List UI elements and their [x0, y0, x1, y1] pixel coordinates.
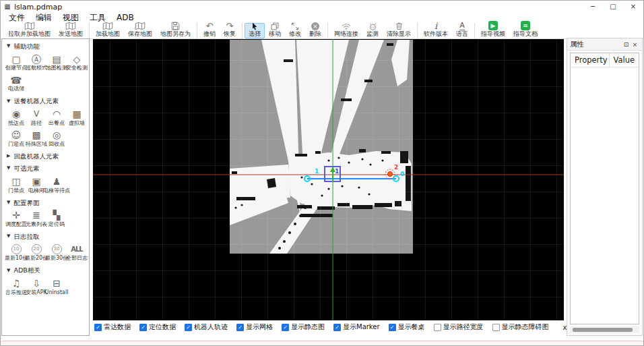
toggle-2[interactable]: ✓机器人轨迹	[185, 322, 228, 332]
map-canvas[interactable]: 1 0 2 1	[93, 39, 564, 320]
toggle-5[interactable]: ✓显示Marker	[333, 322, 380, 332]
greet-point-tool[interactable]: ☺门迎点	[6, 129, 26, 147]
section-header-2[interactable]: ▶回盘机器人元素	[2, 149, 89, 161]
horizontal-scrollbar[interactable]	[570, 326, 639, 333]
phonebook-tool[interactable]: ☎电话簿	[6, 74, 26, 92]
toggle-label: 显示静态障碍图	[502, 322, 549, 332]
special-area-icon: ▩	[32, 129, 40, 141]
cruise-mode-icon: Ⓐ	[32, 53, 41, 65]
tool-label: 创建节点	[5, 65, 27, 71]
chevron-right-icon: ▶	[7, 154, 10, 158]
toggle-label: 显示路径宽度	[443, 322, 484, 332]
serve-point-tool[interactable]: ◠出餐点	[46, 109, 67, 126]
dock-pin-icon[interactable]: ⊡	[622, 41, 631, 48]
slam-map-svg[interactable]: 1 0 2 1	[93, 39, 564, 320]
locate-code-tool[interactable]: ▚定位码	[46, 210, 67, 227]
checkbox-unchecked-icon[interactable]	[434, 324, 441, 331]
safety-detect-icon: ◇	[73, 53, 81, 65]
pull-load-map-button[interactable]: 拉取并加载地图	[4, 23, 55, 38]
guide-doc-button[interactable]: ≡指导文档	[509, 23, 542, 38]
serve-point-icon: ◠	[53, 109, 61, 120]
element-list-tool[interactable]: ≣元素列表	[26, 210, 46, 227]
section-header-3[interactable]: ▼可选元素	[2, 161, 89, 173]
toggle-7[interactable]: 显示路径宽度	[434, 322, 484, 332]
close-button[interactable]: ×	[623, 1, 643, 13]
checkbox-checked-icon[interactable]: ✓	[389, 324, 396, 331]
checkbox-checked-icon[interactable]: ✓	[94, 324, 102, 331]
delete-button[interactable]: ×删除	[305, 23, 325, 38]
virtual-wall-tool[interactable]: ▦虚拟墙	[67, 109, 87, 126]
properties-panel-header: 属性 ⊡ ×	[567, 38, 642, 51]
software-version-button[interactable]: i软件版本	[420, 23, 452, 38]
section-header-1[interactable]: ▼送餐机器人元素	[2, 94, 89, 106]
panel-close-icon[interactable]: ×	[631, 41, 639, 48]
uninstall-tool[interactable]: ⊟Uninstall	[46, 278, 67, 295]
move-button[interactable]: 移动	[265, 23, 285, 38]
access-point-icon: ◫	[11, 176, 20, 188]
notification-strip	[0, 341, 644, 346]
checkbox-checked-icon[interactable]: ✓	[282, 324, 289, 331]
network-connect-button[interactable]: 网络连接	[330, 23, 362, 38]
clear-display-button[interactable]: 清除显示	[383, 23, 415, 38]
music-push-tool[interactable]: ♫音乐推送	[6, 278, 26, 295]
safety-detect-tool[interactable]: ◇安全检测	[67, 53, 87, 71]
path-tool[interactable]: V路径	[26, 109, 46, 126]
checkbox-checked-icon[interactable]: ✓	[236, 324, 244, 331]
select-button[interactable]: 选择	[245, 23, 265, 38]
create-node-tool[interactable]: ▢创建节点	[6, 53, 26, 71]
guide-video-button[interactable]: ▶指导视频	[477, 23, 509, 38]
maximize-button[interactable]: □	[603, 1, 623, 13]
dispatch-config-tool[interactable]: ✛调度配置	[6, 210, 26, 227]
toggle-3[interactable]: ✓显示网格	[236, 322, 273, 332]
undo-button[interactable]: ↶撤销	[199, 23, 220, 38]
move-icon	[271, 22, 279, 30]
section-header-0[interactable]: ▼辅助功能	[2, 39, 89, 51]
install-apk-tool[interactable]: ⇩安装APK	[26, 278, 46, 295]
toggle-8[interactable]: 显示静态障碍图	[492, 322, 549, 332]
access-point-tool[interactable]: ◫门禁点	[6, 176, 26, 194]
save-map-as-button[interactable]: 地图另存为	[156, 23, 195, 38]
checkbox-checked-icon[interactable]: ✓	[333, 324, 341, 331]
minimize-button[interactable]: ─	[583, 1, 603, 13]
toolbar-label: 网络连接	[334, 31, 358, 37]
save-map-button[interactable]: 保存地图	[124, 23, 156, 38]
section-title: 送餐机器人元素	[13, 97, 59, 105]
log-10-icon: 10	[11, 243, 22, 255]
log-20-tool[interactable]: 20最新20份	[26, 243, 46, 261]
toggle-4[interactable]: ✓显示静态图	[282, 322, 325, 332]
redo-button[interactable]: ↷恢复	[220, 23, 240, 38]
toggle-6[interactable]: ✓显示餐桌	[389, 322, 425, 332]
elevator-wait-tool[interactable]: ♟电梯等待点	[46, 176, 67, 194]
section-header-4[interactable]: ▼配置界面	[2, 196, 89, 208]
checkbox-unchecked-icon[interactable]	[492, 324, 500, 331]
properties-table: Property Value	[570, 53, 639, 324]
modify-icon	[291, 22, 299, 30]
cruise-mode-tool[interactable]: Ⓐ巡航模式	[26, 53, 46, 71]
monitor-button[interactable]: 监测	[362, 23, 383, 38]
log-10-tool[interactable]: 10最新10份	[6, 243, 26, 261]
section-header-5[interactable]: ▼日志拉取	[2, 229, 89, 241]
section-header-6[interactable]: ▼ADB相关	[2, 263, 89, 275]
recycle-point-tool[interactable]: ◎回收点	[46, 129, 67, 147]
toolbar-label: 删除	[309, 31, 321, 37]
tool-label: 最新30份	[45, 256, 68, 261]
toggle-0[interactable]: ✓雷达数据	[94, 322, 131, 332]
toggle-1[interactable]: ✓定位数据	[139, 322, 176, 332]
special-area-tool[interactable]: ▩特殊区域	[26, 129, 46, 147]
guide-doc-icon: ≡	[521, 21, 530, 30]
toolbar-label: 发送地图	[59, 31, 83, 37]
scrollbar-thumb[interactable]	[573, 328, 633, 332]
checkbox-checked-icon[interactable]: ✓	[139, 324, 147, 331]
arrival-point-icon: ◉	[12, 109, 20, 120]
send-map-button[interactable]: 发送地图	[55, 23, 87, 38]
log-all-tool[interactable]: ALL全部日志	[67, 243, 87, 261]
modify-button[interactable]: 修改	[285, 23, 305, 38]
map-detect-tool[interactable]: ▤地图检测	[46, 53, 67, 71]
tool-label: 门禁点	[8, 188, 24, 194]
locate-code-icon: ▚	[53, 210, 61, 221]
language-button[interactable]: A语言	[452, 23, 472, 38]
checkbox-checked-icon[interactable]: ✓	[185, 324, 192, 331]
arrival-point-tool[interactable]: ◉抵达点	[6, 109, 26, 126]
log-30-tool[interactable]: 30最新30份	[46, 243, 67, 261]
load-map-button[interactable]: 加载地图	[92, 23, 124, 38]
